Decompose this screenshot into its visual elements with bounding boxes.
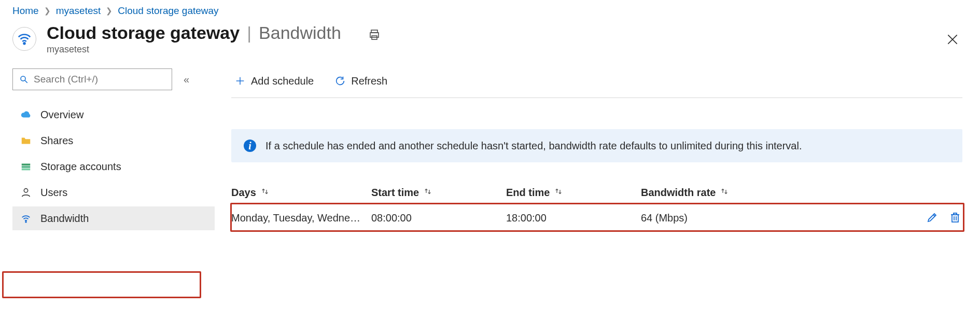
crumb-resource[interactable]: myasetest: [56, 5, 101, 17]
print-icon: [368, 29, 381, 41]
folder-icon: [20, 134, 32, 147]
sort-icon: [260, 187, 270, 199]
sidebar-nav: Overview Shares Storage accounts Users B…: [12, 103, 215, 230]
sort-icon: [720, 187, 729, 199]
column-header-end-time[interactable]: End time: [506, 187, 641, 199]
print-button[interactable]: [365, 28, 384, 43]
column-header-start-time[interactable]: Start time: [371, 187, 506, 199]
svg-point-0: [24, 43, 25, 44]
button-label: Refresh: [351, 75, 387, 87]
cell-days: Monday, Tuesday, Wednesd…: [231, 212, 371, 224]
cell-bandwidth-rate: 64 (Mbps): [641, 212, 911, 224]
close-button[interactable]: [943, 32, 962, 48]
sidebar-item-label: Storage accounts: [40, 161, 121, 173]
svg-rect-8: [22, 164, 31, 166]
cell-end-time: 18:00:00: [506, 212, 641, 224]
sort-icon: [423, 187, 432, 199]
sidebar-item-shares[interactable]: Shares: [12, 129, 215, 152]
column-header-bandwidth-rate[interactable]: Bandwidth rate: [641, 187, 911, 199]
sidebar-item-users[interactable]: Users: [12, 180, 215, 204]
button-label: Add schedule: [251, 75, 314, 87]
highlight-box: [2, 271, 201, 298]
collapse-sidebar-button[interactable]: «: [181, 72, 191, 88]
search-icon: [19, 75, 29, 84]
schedule-table: Days Start time End time Bandwidth rate: [231, 181, 962, 232]
sidebar-item-bandwidth[interactable]: Bandwidth: [12, 206, 215, 230]
cloud-icon: [20, 108, 32, 121]
info-icon: i: [244, 140, 256, 152]
info-banner: i If a schedule has ended and another sc…: [231, 129, 962, 162]
sort-icon: [554, 187, 563, 199]
pencil-icon: [926, 211, 939, 224]
command-bar: Add schedule Refresh: [231, 68, 962, 93]
svg-rect-15: [952, 215, 958, 222]
wifi-icon: [20, 212, 32, 225]
svg-point-12: [25, 221, 26, 222]
sidebar-item-storage-accounts[interactable]: Storage accounts: [12, 155, 215, 178]
crumb-page[interactable]: Cloud storage gateway: [118, 5, 218, 17]
page-subtitle: myasetest: [47, 44, 341, 55]
cell-start-time: 08:00:00: [371, 212, 506, 224]
table-row[interactable]: Monday, Tuesday, Wednesd… 08:00:00 18:00…: [231, 204, 962, 232]
breadcrumb: Home ❯ myasetest ❯ Cloud storage gateway: [12, 2, 980, 19]
page-title: Cloud storage gateway: [47, 23, 240, 43]
close-icon: [946, 33, 959, 46]
info-text: If a schedule has ended and another sche…: [265, 140, 802, 152]
svg-point-6: [21, 76, 25, 81]
wifi-icon: [12, 27, 36, 51]
column-header-days[interactable]: Days: [231, 187, 371, 199]
sidebar-item-overview[interactable]: Overview: [12, 103, 215, 127]
svg-point-11: [24, 189, 27, 192]
sidebar-item-label: Bandwidth: [40, 213, 89, 225]
edit-button[interactable]: [925, 210, 940, 226]
delete-button[interactable]: [948, 210, 962, 226]
chevron-double-left-icon: «: [184, 74, 189, 85]
plus-icon: [234, 75, 246, 87]
svg-line-7: [25, 80, 27, 83]
search-input[interactable]: [33, 73, 165, 86]
divider: [231, 98, 962, 98]
storage-icon: [20, 160, 32, 173]
crumb-home[interactable]: Home: [12, 5, 39, 17]
trash-icon: [949, 211, 961, 224]
sidebar-item-label: Overview: [40, 109, 83, 121]
person-icon: [20, 186, 32, 199]
chevron-right-icon: ❯: [44, 6, 51, 16]
svg-rect-9: [22, 166, 31, 168]
add-schedule-button[interactable]: Add schedule: [231, 73, 317, 89]
svg-rect-10: [22, 169, 31, 171]
refresh-icon: [334, 75, 346, 87]
sidebar-item-label: Users: [40, 187, 67, 199]
refresh-button[interactable]: Refresh: [331, 73, 390, 89]
table-header: Days Start time End time Bandwidth rate: [231, 181, 962, 204]
chevron-right-icon: ❯: [106, 6, 113, 16]
search-input-wrap[interactable]: [12, 68, 172, 90]
page-section: Bandwidth: [259, 23, 341, 43]
sidebar-item-label: Shares: [40, 135, 73, 147]
